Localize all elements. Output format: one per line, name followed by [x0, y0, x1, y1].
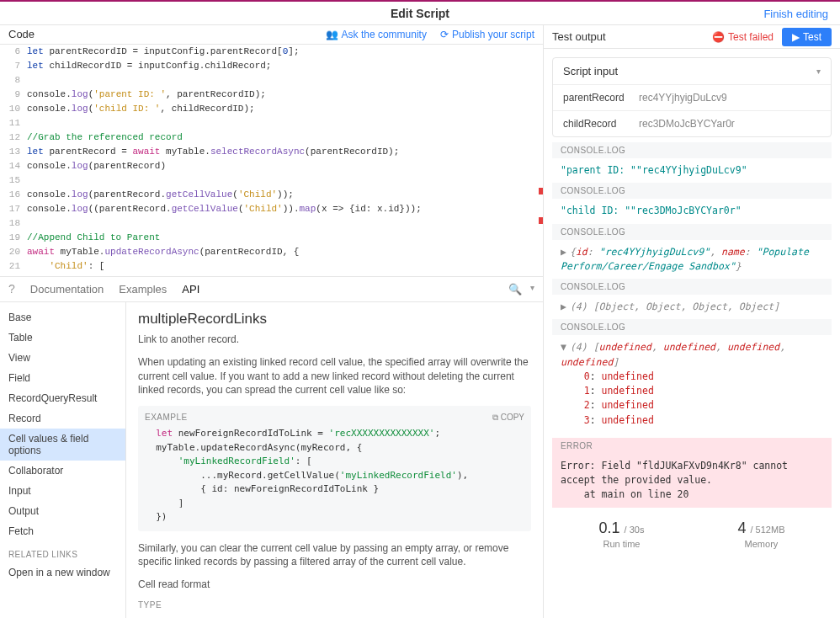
- line-number: 6: [0, 45, 27, 59]
- line-number: 10: [0, 102, 27, 116]
- log-content: ▼(4) [undefined, undefined, undefined, u…: [552, 335, 832, 433]
- log-content: "child ID: ""rec3DMoJcBYCYar0r": [552, 199, 832, 223]
- api-sidebar-item[interactable]: RecordQueryResult: [0, 388, 125, 408]
- play-icon: ▶: [792, 31, 800, 43]
- api-sidebar-item[interactable]: Output: [0, 501, 125, 521]
- test-header: Test output ⛔ Test failed ▶ Test: [544, 25, 840, 49]
- copy-icon: ⧉: [492, 413, 498, 422]
- chevron-down-icon[interactable]: ▾: [530, 283, 534, 296]
- type-label: TYPE: [138, 600, 531, 610]
- test-failed-badge: ⛔ Test failed: [712, 31, 774, 43]
- console-log-block: CONSOLE.LOG▼(4) [undefined, undefined, u…: [552, 319, 832, 433]
- publish-script-link[interactable]: ⟳ Publish your script: [440, 29, 534, 40]
- code-header: Code 👥 Ask the community ⟳ Publish your …: [0, 25, 543, 45]
- community-icon: 👥: [326, 29, 338, 40]
- script-input-box: Script input ▾ parentRecordrec4YYjhyigDu…: [552, 57, 832, 137]
- script-input-header[interactable]: Script input ▾: [553, 58, 831, 84]
- open-new-window-link[interactable]: Open in a new window: [0, 562, 125, 583]
- log-label: CONSOLE.LOG: [552, 279, 832, 295]
- console-log-block: CONSOLE.LOG"parent ID: ""rec4YYjhyigDuLc…: [552, 142, 832, 183]
- error-block: ERROR Error: Field "fldJUKaFXvD9n4Kr8" c…: [552, 438, 832, 508]
- line-number: 22: [0, 274, 27, 276]
- line-number: 20: [0, 245, 27, 259]
- input-value: rec4YYjhyigDuLcv9: [639, 92, 727, 104]
- log-content: ▶{id: "rec4YYjhyigDuLcv9", name: "Popula…: [552, 240, 832, 280]
- finish-editing-link[interactable]: Finish editing: [763, 2, 828, 25]
- script-input-row[interactable]: parentRecordrec4YYjhyigDuLcv9: [553, 84, 831, 110]
- related-links-heading: RELATED LINKS: [0, 541, 125, 562]
- api-doc-p4: Cell read format: [138, 578, 531, 592]
- line-number: 13: [0, 145, 27, 159]
- input-label: parentRecord: [563, 92, 630, 104]
- page-title: Edit Script: [391, 7, 449, 20]
- script-input-row[interactable]: childRecordrec3DMoJcBYCYar0r: [553, 110, 831, 136]
- example-label: EXAMPLE: [145, 413, 524, 422]
- line-number: 21: [0, 259, 27, 274]
- api-sidebar-item[interactable]: Cell values & field options: [0, 429, 125, 461]
- line-number: 16: [0, 188, 27, 202]
- copy-button[interactable]: ⧉ COPY: [492, 413, 524, 423]
- ask-community-link[interactable]: 👥 Ask the community: [326, 29, 427, 40]
- error-content: Error: Field "fldJUKaFXvD9n4Kr8" cannot …: [552, 454, 832, 508]
- api-doc-p3: Similarly, you can clear the current cel…: [138, 541, 531, 570]
- line-number: 15: [0, 173, 27, 188]
- log-content: "parent ID: ""rec4YYjhyigDuLcv9": [552, 158, 832, 183]
- console-log-block: CONSOLE.LOG"child ID: ""rec3DMoJcBYCYar0…: [552, 183, 832, 223]
- test-output-title: Test output: [552, 30, 606, 43]
- api-doc: multipleRecordLinks Link to another reco…: [126, 302, 543, 618]
- input-value: rec3DMoJcBYCYar0r: [639, 118, 735, 130]
- line-number: 17: [0, 202, 27, 216]
- example-code: let newForeignRecordIdToLink = 'recXXXXX…: [145, 427, 524, 525]
- error-label: ERROR: [552, 438, 832, 454]
- input-label: childRecord: [563, 118, 630, 130]
- line-number: 18: [0, 216, 27, 231]
- line-number: 7: [0, 59, 27, 73]
- test-button[interactable]: ▶ Test: [782, 28, 832, 46]
- tab-examples[interactable]: Examples: [119, 283, 167, 296]
- line-number: 12: [0, 131, 27, 145]
- line-number: 14: [0, 159, 27, 173]
- runtime-value: 0.1: [599, 519, 620, 536]
- search-icon[interactable]: 🔍: [508, 283, 522, 296]
- api-doc-p2: When updating an existing linked record …: [138, 355, 531, 397]
- log-label: CONSOLE.LOG: [552, 319, 832, 335]
- api-doc-desc: Link to another record.: [138, 333, 531, 347]
- tab-documentation[interactable]: Documentation: [30, 283, 104, 296]
- log-label: CONSOLE.LOG: [552, 183, 832, 199]
- line-number: 19: [0, 231, 27, 245]
- help-icon[interactable]: ?: [8, 282, 15, 296]
- console-log-block: CONSOLE.LOG▶{id: "rec4YYjhyigDuLcv9", na…: [552, 224, 832, 280]
- runtime-label: Run time: [599, 539, 645, 549]
- tab-api[interactable]: API: [182, 283, 199, 296]
- api-doc-title: multipleRecordLinks: [138, 311, 531, 328]
- line-number: 11: [0, 116, 27, 131]
- topbar: Edit Script Finish editing: [0, 2, 840, 25]
- log-content: ▶(4) [Object, Object, Object, Object]: [552, 295, 832, 319]
- code-panel-title: Code: [8, 28, 35, 40]
- line-number: 9: [0, 88, 27, 102]
- test-stats: 0.1 / 30s Run time 4 / 512MB Memory: [552, 513, 832, 556]
- publish-icon: ⟳: [440, 29, 449, 40]
- memory-label: Memory: [737, 539, 784, 549]
- chevron-down-icon: ▾: [816, 67, 821, 76]
- api-sidebar: BaseTableViewFieldRecordQueryResultRecor…: [0, 302, 126, 618]
- api-sidebar-item[interactable]: Fetch: [0, 521, 125, 541]
- log-label: CONSOLE.LOG: [552, 142, 832, 158]
- log-label: CONSOLE.LOG: [552, 224, 832, 240]
- runtime-sub: / 30s: [625, 525, 645, 535]
- code-editor[interactable]: 6let parentRecordID = inputConfig.parent…: [0, 45, 543, 276]
- api-sidebar-item[interactable]: Table: [0, 328, 125, 348]
- memory-sub: / 512MB: [751, 525, 785, 535]
- api-sidebar-item[interactable]: Collaborator: [0, 461, 125, 481]
- console-log-block: CONSOLE.LOG▶(4) [Object, Object, Object,…: [552, 279, 832, 319]
- memory-value: 4: [737, 519, 746, 536]
- error-icon: ⛔: [712, 31, 725, 43]
- api-sidebar-item[interactable]: Input: [0, 481, 125, 501]
- api-sidebar-item[interactable]: View: [0, 348, 125, 368]
- api-sidebar-item[interactable]: Base: [0, 307, 125, 328]
- doc-tabs: ? Documentation Examples API 🔍 ▾: [0, 277, 543, 302]
- line-number: 8: [0, 73, 27, 88]
- api-sidebar-item[interactable]: Field: [0, 368, 125, 388]
- api-sidebar-item[interactable]: Record: [0, 408, 125, 429]
